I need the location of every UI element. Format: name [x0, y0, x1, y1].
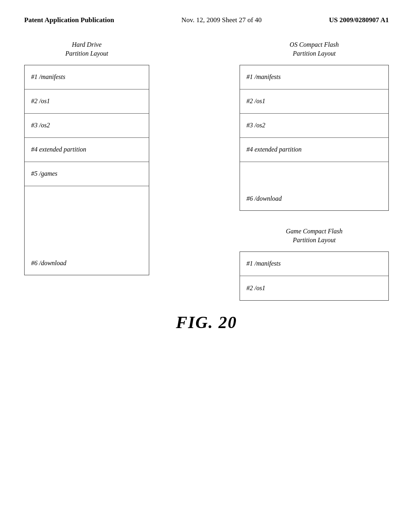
hd-partition-2: #2 /os1 — [25, 89, 149, 114]
header-center: Nov. 12, 2009 Sheet 27 of 40 — [181, 16, 262, 24]
os-cf-partition-table: #1 /manifests #2 /os1 #3 /os2 #4 extende… — [240, 65, 389, 211]
hd-partition-6: #6 /download — [25, 186, 149, 275]
os-cf-title-line1: OS Compact Flash — [290, 41, 339, 48]
header-right: US 2009/0280907 A1 — [329, 16, 389, 24]
hard-drive-title-line2: Partition Layout — [65, 50, 108, 57]
game-cf-partition-2: #2 /os1 — [240, 276, 388, 300]
os-cf-partition-4: #4 extended partition — [240, 138, 388, 162]
page-header: Patent Application Publication Nov. 12, … — [0, 0, 413, 24]
right-column: OS Compact Flash Partition Layout #1 /ma… — [240, 40, 389, 301]
game-cf-title: Game Compact Flash Partition Layout — [286, 227, 342, 245]
header-left: Patent Application Publication — [24, 16, 114, 24]
game-cf-partition-table: #1 /manifests #2 /os1 — [240, 251, 389, 301]
publication-date-sheet: Nov. 12, 2009 Sheet 27 of 40 — [181, 16, 262, 24]
os-cf-partition-3: #3 /os2 — [240, 114, 388, 138]
hard-drive-title-line1: Hard Drive — [72, 41, 102, 48]
hd-partition-5: #5 /games — [25, 162, 149, 186]
game-cf-partition-1: #1 /manifests — [240, 252, 388, 276]
patent-app-publication: Patent Application Publication — [24, 16, 114, 24]
os-cf-partition-6: #6 /download — [240, 162, 388, 210]
os-cf-title-line2: Partition Layout — [293, 50, 336, 57]
patent-number: US 2009/0280907 A1 — [329, 16, 389, 24]
os-cf-partition-2: #2 /os1 — [240, 89, 388, 114]
os-cf-partition-1: #1 /manifests — [240, 65, 388, 89]
left-column-hard-drive: Hard Drive Partition Layout #1 /manifest… — [24, 40, 149, 301]
hard-drive-title: Hard Drive Partition Layout — [65, 40, 108, 58]
hd-partition-1: #1 /manifests — [25, 65, 149, 89]
game-cf-title-line1: Game Compact Flash — [286, 228, 342, 235]
game-cf-title-line2: Partition Layout — [293, 237, 336, 243]
game-cf-section: Game Compact Flash Partition Layout #1 /… — [240, 223, 389, 301]
fig-label: FIG. 20 — [176, 313, 237, 332]
main-content: Hard Drive Partition Layout #1 /manifest… — [0, 24, 413, 301]
os-cf-title: OS Compact Flash Partition Layout — [290, 40, 339, 58]
fig-label-container: FIG. 20 — [0, 313, 413, 332]
hd-partition-3: #3 /os2 — [25, 114, 149, 138]
hd-partition-4: #4 extended partition — [25, 138, 149, 162]
hard-drive-partition-table: #1 /manifests #2 /os1 #3 /os2 #4 extende… — [24, 65, 149, 275]
